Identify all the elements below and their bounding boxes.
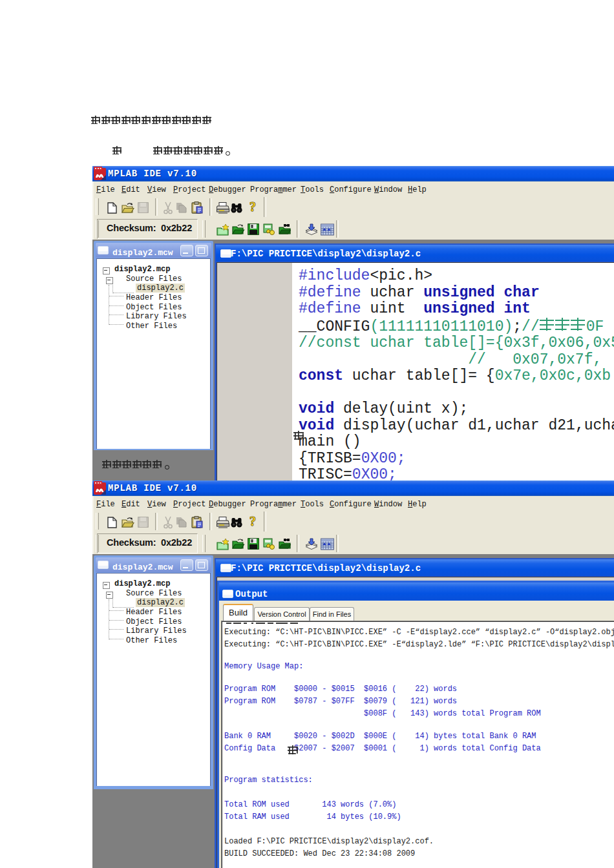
svg-text:?: ? [249,515,256,528]
svg-text:?: ? [249,201,256,214]
